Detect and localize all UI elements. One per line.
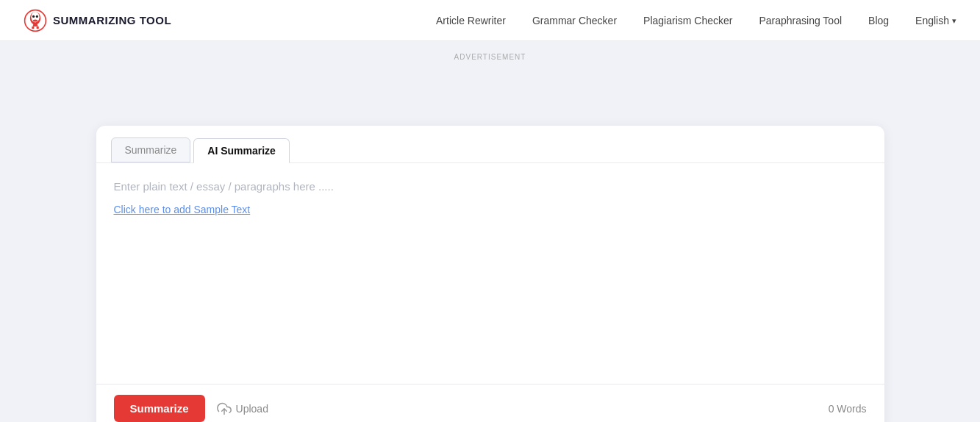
tool-card: Summarize AI Summarize Enter plain text …: [96, 126, 884, 422]
advertisement-banner: ADVERTISEMENT: [0, 41, 980, 67]
text-textarea[interactable]: [114, 178, 884, 384]
svg-point-5: [33, 19, 37, 21]
nav-plagiarism-checker[interactable]: Plagiarism Checker: [643, 15, 732, 26]
language-label: English: [915, 15, 949, 26]
logo-text: SUMMARIZING TOOL: [53, 14, 171, 26]
svg-point-3: [32, 15, 35, 17]
upload-icon: [217, 401, 232, 416]
tab-summarize[interactable]: Summarize: [111, 137, 191, 162]
advertisement-label: ADVERTISEMENT: [454, 53, 526, 61]
navbar: SUMMARIZING TOOL Article Rewriter Gramma…: [0, 0, 980, 41]
svg-point-4: [36, 15, 38, 17]
nav-links: Article Rewriter Grammar Checker Plagiar…: [436, 14, 889, 27]
upload-label: Upload: [236, 403, 268, 415]
svg-rect-6: [33, 24, 37, 26]
svg-rect-8: [37, 26, 39, 29]
logo-icon: [24, 9, 47, 32]
text-input-area: Enter plain text / essay / paragraphs he…: [96, 163, 884, 384]
language-selector[interactable]: English ▾: [915, 15, 956, 26]
tab-ai-summarize[interactable]: AI Summarize: [193, 138, 290, 163]
chevron-down-icon: ▾: [952, 16, 956, 26]
nav-article-rewriter[interactable]: Article Rewriter: [436, 15, 506, 26]
nav-paraphrasing-tool[interactable]: Paraphrasing Tool: [759, 15, 842, 26]
tabs-bar: Summarize AI Summarize: [96, 126, 884, 163]
nav-grammar-checker[interactable]: Grammar Checker: [532, 15, 617, 26]
svg-rect-7: [32, 26, 34, 29]
card-footer: Summarize Upload 0 Words: [96, 384, 884, 422]
nav-blog[interactable]: Blog: [868, 15, 889, 26]
main-content: Summarize AI Summarize Enter plain text …: [49, 67, 931, 422]
logo-link[interactable]: SUMMARIZING TOOL: [24, 9, 171, 32]
summarize-button[interactable]: Summarize: [114, 395, 205, 422]
upload-button[interactable]: Upload: [217, 401, 268, 416]
word-count: 0 Words: [829, 403, 867, 415]
